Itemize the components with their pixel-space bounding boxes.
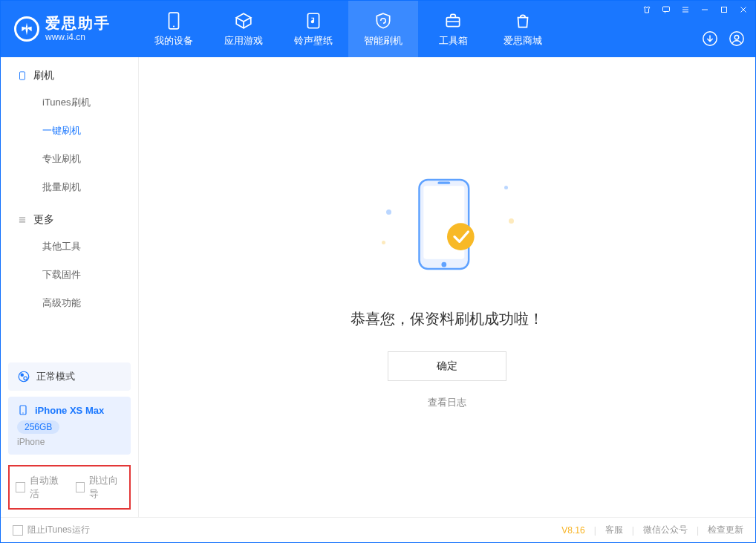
device-capacity: 256GB bbox=[17, 420, 59, 434]
svg-rect-19 bbox=[438, 182, 451, 184]
sidebar: 刷机 iTunes刷机 一键刷机 专业刷机 批量刷机 更多 其他工具 下载固件 … bbox=[1, 57, 139, 517]
phone-icon bbox=[164, 11, 183, 30]
checkbox-label: 跳过向导 bbox=[89, 474, 123, 501]
svg-point-14 bbox=[24, 377, 27, 380]
sidebar-item-batch-flash[interactable]: 批量刷机 bbox=[1, 173, 138, 201]
wechat-link[interactable]: 微信公众号 bbox=[643, 524, 688, 536]
window-controls-row2 bbox=[702, 30, 745, 47]
check-update-link[interactable]: 检查更新 bbox=[708, 524, 743, 536]
nav-my-device[interactable]: 我的设备 bbox=[139, 1, 209, 57]
logo-icon bbox=[14, 16, 39, 42]
mode-status[interactable]: 正常模式 bbox=[8, 362, 131, 391]
list-icon bbox=[17, 215, 27, 225]
sidebar-section-flash: 刷机 iTunes刷机 一键刷机 专业刷机 批量刷机 bbox=[1, 57, 138, 201]
nav-label: 智能刷机 bbox=[364, 34, 403, 48]
nav-store[interactable]: 爱思商城 bbox=[488, 1, 558, 57]
sidebar-item-other-tools[interactable]: 其他工具 bbox=[1, 233, 138, 261]
menu-icon[interactable] bbox=[681, 5, 690, 14]
checkbox-auto-activate[interactable]: 自动激活 bbox=[16, 474, 64, 501]
cube-icon bbox=[234, 11, 253, 30]
user-icon[interactable] bbox=[729, 30, 745, 47]
device-name: iPhone XS Max bbox=[35, 405, 104, 416]
support-link[interactable]: 客服 bbox=[605, 524, 623, 536]
device-card[interactable]: iPhone XS Max 256GB iPhone bbox=[8, 397, 131, 455]
svg-rect-7 bbox=[722, 7, 727, 13]
app-url: www.i4.cn bbox=[45, 33, 111, 42]
nav-label: 爱思商城 bbox=[504, 34, 542, 48]
shopping-bag-icon bbox=[513, 11, 532, 30]
sidebar-item-download-firmware[interactable]: 下载固件 bbox=[1, 261, 138, 289]
checkbox-label: 阻止iTunes运行 bbox=[27, 524, 90, 536]
feedback-icon[interactable] bbox=[662, 5, 671, 14]
device-phone-icon bbox=[17, 404, 29, 416]
svg-rect-11 bbox=[20, 72, 25, 80]
nav-toolbox[interactable]: 工具箱 bbox=[418, 1, 488, 57]
nav-label: 铃声壁纸 bbox=[294, 34, 333, 48]
mode-status-label: 正常模式 bbox=[36, 370, 75, 383]
device-type: iPhone bbox=[17, 437, 122, 447]
svg-point-13 bbox=[21, 374, 25, 377]
svg-point-21 bbox=[447, 223, 475, 250]
checkbox-skip-wizard[interactable]: 跳过向导 bbox=[76, 474, 124, 501]
music-file-icon bbox=[304, 11, 323, 30]
download-icon[interactable] bbox=[702, 30, 718, 47]
main-content: 恭喜您，保资料刷机成功啦！ 确定 查看日志 bbox=[139, 57, 755, 517]
shield-refresh-icon bbox=[374, 11, 393, 30]
view-log-link[interactable]: 查看日志 bbox=[428, 396, 466, 409]
minimize-icon[interactable] bbox=[700, 5, 709, 14]
top-nav: 我的设备 应用游戏 铃声壁纸 智能刷机 工具箱 爱思商城 bbox=[139, 1, 558, 57]
sidebar-head-more: 更多 bbox=[1, 213, 138, 233]
nav-apps-games[interactable]: 应用游戏 bbox=[209, 1, 278, 57]
svg-point-20 bbox=[442, 262, 447, 267]
tshirt-icon[interactable] bbox=[642, 5, 651, 14]
sidebar-head-label: 更多 bbox=[33, 213, 54, 227]
sidebar-head-flash: 刷机 bbox=[1, 69, 138, 88]
svg-point-16 bbox=[22, 412, 23, 413]
status-bar: 阻止iTunes运行 V8.16 | 客服 | 微信公众号 | 检查更新 bbox=[1, 517, 755, 542]
nav-label: 工具箱 bbox=[439, 34, 468, 48]
nav-label: 我的设备 bbox=[154, 34, 193, 48]
svg-point-10 bbox=[734, 35, 739, 39]
sidebar-item-pro-flash[interactable]: 专业刷机 bbox=[1, 145, 138, 173]
window-controls-row1 bbox=[642, 5, 748, 14]
options-highlight-box: 自动激活 跳过向导 bbox=[8, 465, 131, 510]
nav-ringtones[interactable]: 铃声壁纸 bbox=[278, 1, 348, 57]
app-logo: 爱思助手 www.i4.cn bbox=[1, 1, 139, 57]
mode-status-icon bbox=[17, 370, 30, 383]
sidebar-item-one-key-flash[interactable]: 一键刷机 bbox=[1, 117, 138, 145]
checkbox-label: 自动激活 bbox=[30, 474, 64, 501]
ok-button[interactable]: 确定 bbox=[388, 351, 506, 381]
checkbox-icon bbox=[16, 482, 25, 492]
nav-smart-flash[interactable]: 智能刷机 bbox=[348, 1, 418, 57]
success-illustration bbox=[380, 165, 514, 291]
svg-rect-5 bbox=[663, 7, 670, 12]
sidebar-head-label: 刷机 bbox=[33, 69, 54, 82]
sidebar-item-itunes-flash[interactable]: iTunes刷机 bbox=[1, 88, 138, 117]
svg-point-9 bbox=[730, 32, 743, 45]
sidebar-section-more: 更多 其他工具 下载固件 高级功能 bbox=[1, 201, 138, 317]
phone-success-icon bbox=[410, 165, 484, 284]
nav-label: 应用游戏 bbox=[224, 34, 263, 48]
svg-point-12 bbox=[19, 371, 29, 382]
svg-point-1 bbox=[173, 25, 175, 27]
app-name: 爱思助手 bbox=[45, 15, 111, 31]
success-message: 恭喜您，保资料刷机成功啦！ bbox=[351, 309, 544, 329]
app-window: 爱思助手 www.i4.cn 我的设备 应用游戏 铃声壁纸 智能刷机 bbox=[0, 0, 756, 543]
toolbox-icon bbox=[443, 11, 463, 30]
version-text: V8.16 bbox=[561, 525, 584, 536]
title-bar: 爱思助手 www.i4.cn 我的设备 应用游戏 铃声壁纸 智能刷机 bbox=[1, 1, 755, 57]
checkbox-icon bbox=[13, 525, 23, 536]
body: 刷机 iTunes刷机 一键刷机 专业刷机 批量刷机 更多 其他工具 下载固件 … bbox=[1, 57, 755, 517]
sidebar-item-advanced[interactable]: 高级功能 bbox=[1, 289, 138, 317]
close-icon[interactable] bbox=[739, 5, 748, 14]
checkbox-icon bbox=[76, 482, 85, 492]
checkbox-block-itunes[interactable]: 阻止iTunes运行 bbox=[13, 524, 90, 536]
maximize-icon[interactable] bbox=[720, 5, 729, 14]
device-icon bbox=[17, 71, 27, 81]
